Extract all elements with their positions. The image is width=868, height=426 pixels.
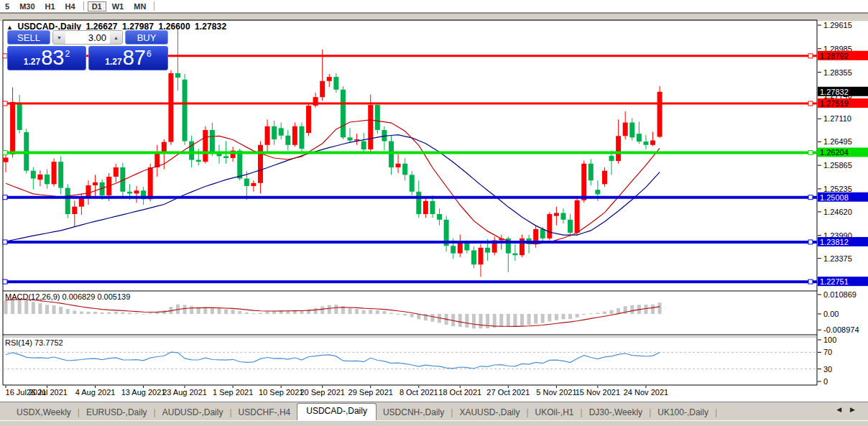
macd-histogram-bar — [403, 314, 407, 315]
macd-histogram-bar — [555, 314, 558, 320]
x-axis-label: 15 Nov 2021 — [576, 388, 620, 397]
rsi-line — [6, 352, 660, 369]
hline-handle[interactable] — [808, 195, 813, 200]
macd-histogram-bar — [251, 313, 255, 314]
chart-tab-xauusd-daily[interactable]: XAUUSD-,Daily — [453, 405, 526, 420]
macd-histogram-bar — [121, 312, 124, 314]
chart-tab-ukoil-h1[interactable]: UKOil-,H1 — [529, 405, 581, 420]
chart-tab-usdcnh-daily[interactable]: USDCNH-,Daily — [377, 405, 451, 420]
macd-histogram-bar — [245, 312, 249, 314]
candle-body — [464, 243, 469, 250]
hline-handle[interactable] — [808, 240, 813, 244]
macd-pane: 0.0108690.00-0.008974 — [4, 290, 859, 334]
hline-handle[interactable] — [3, 150, 7, 154]
macd-histogram-bar — [190, 306, 193, 314]
candle-body — [79, 198, 84, 206]
rsi-axis-label: 30 — [823, 365, 832, 374]
volume-increase-icon[interactable]: ▲ — [110, 31, 122, 44]
candle-body — [114, 167, 119, 177]
macd-histogram-bar — [334, 305, 338, 314]
hline-handle[interactable] — [3, 240, 7, 244]
chart-tab-uk100-daily[interactable]: UK100-,Daily — [651, 405, 715, 420]
price-axis-label: 1.26495 — [823, 137, 852, 146]
buy-price-sup: 6 — [147, 49, 152, 59]
macd-histogram-bar — [486, 314, 489, 328]
chart-tab-usdx-weekly[interactable]: USDX,Weekly — [10, 405, 78, 420]
volume-input[interactable]: 3.00 — [65, 31, 110, 44]
rsi-axis-label: 70 — [823, 348, 832, 356]
macd-histogram-bar — [520, 314, 524, 325]
macd-histogram-bar — [320, 307, 324, 314]
hline-handle[interactable] — [808, 150, 813, 154]
buy-price-display[interactable]: 1.27 87 6 — [88, 46, 168, 70]
price-level-badge-label: 1.25008 — [820, 193, 849, 202]
macd-histogram-bar — [231, 310, 235, 314]
chart-tab-usdcad-daily[interactable]: USDCAD-,Daily — [297, 403, 377, 420]
chart-tab-eurusd-daily[interactable]: EURUSD-,Daily — [80, 405, 154, 420]
candle-body — [251, 183, 256, 186]
sell-price-display[interactable]: 1.27 83 2 — [7, 46, 86, 70]
macd-histogram-bar — [86, 312, 90, 314]
macd-histogram-bar — [644, 305, 647, 314]
candle-body — [320, 81, 325, 97]
x-axis-label: 27 Oct 2021 — [486, 388, 530, 397]
volume-decrease-icon[interactable]: ▼ — [53, 31, 65, 44]
candle-body — [292, 126, 297, 145]
rsi-pane: 10070300 — [3, 335, 836, 386]
candle-body — [223, 156, 228, 158]
hline-handle[interactable] — [808, 54, 813, 58]
candle-body — [148, 167, 153, 199]
macd-histogram-bar — [369, 310, 372, 314]
macd-histogram-bar — [389, 312, 393, 314]
chart-tab-audusd-daily[interactable]: AUDUSD-,Daily — [156, 405, 230, 420]
macd-histogram-bar — [224, 310, 228, 314]
chart-tab-dj30-weekly[interactable]: DJ30-,Weekly — [583, 405, 649, 420]
tab-scroll-arrows: ◀▶ — [836, 406, 864, 413]
candle-body — [485, 248, 490, 253]
buy-price-prefix: 1.27 — [105, 57, 121, 67]
hline-handle[interactable] — [808, 101, 813, 106]
ohlc-close: 1.27832 — [195, 22, 226, 32]
macd-histogram-bar — [149, 313, 152, 314]
candle-body — [93, 182, 98, 185]
macd-histogram-bar — [541, 314, 545, 323]
macd-histogram-bar — [610, 310, 614, 314]
macd-histogram-bar — [465, 314, 468, 328]
candle-body — [609, 156, 614, 161]
x-axis-label: 10 Sep 2021 — [259, 388, 303, 397]
macd-histogram-bar — [328, 305, 331, 314]
price-axis-label: 1.25865 — [823, 161, 852, 170]
candle-body — [72, 207, 77, 214]
hline-handle[interactable] — [3, 195, 7, 200]
tab-scroll-left-icon[interactable]: ◀ — [836, 406, 850, 413]
candle-body — [168, 73, 173, 142]
candle-body — [45, 175, 50, 185]
hline-handle[interactable] — [808, 279, 813, 284]
hline-handle[interactable] — [3, 279, 7, 284]
candle-body — [575, 200, 580, 233]
candle-body — [52, 162, 57, 184]
hline-handle[interactable] — [3, 101, 7, 106]
buy-price-big: 87 — [123, 47, 146, 68]
sell-button[interactable]: SELL — [7, 30, 50, 45]
chart-tab-usdchf-h4[interactable]: USDCHF-,H4 — [232, 405, 297, 420]
tab-scroll-right-icon[interactable]: ▶ — [850, 406, 864, 413]
candle-body — [4, 157, 9, 162]
candle-body — [265, 126, 270, 145]
candle-body — [396, 164, 401, 167]
candle-body — [554, 213, 559, 216]
candle-body — [196, 160, 201, 162]
candle-body — [479, 248, 484, 264]
candle-body — [279, 128, 284, 135]
candle-body — [299, 126, 304, 149]
buy-button[interactable]: BUY — [125, 30, 168, 45]
candle-body — [595, 190, 600, 194]
candle-body — [31, 171, 36, 179]
macd-histogram-bar — [362, 310, 366, 314]
candle-body — [210, 130, 215, 152]
candle-body — [389, 142, 394, 167]
candle-body — [451, 246, 456, 253]
candle-body — [416, 192, 421, 214]
macd-axis-label: -0.008974 — [823, 325, 859, 334]
x-axis-label: 1 Sep 2021 — [213, 388, 253, 397]
